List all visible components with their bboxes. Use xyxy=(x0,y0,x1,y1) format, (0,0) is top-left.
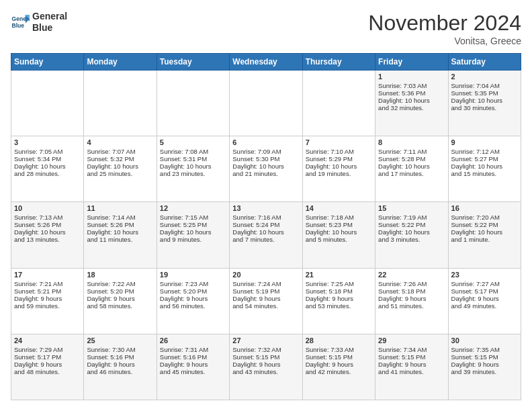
day-number: 29 xyxy=(378,336,445,345)
day-info-line: Sunset: 5:36 PM xyxy=(378,89,445,97)
day-info-line: Daylight: 10 hours xyxy=(451,163,518,170)
day-info-line: Sunrise: 7:13 AM xyxy=(14,214,81,221)
calendar-week-row: 1Sunrise: 7:03 AMSunset: 5:36 PMDaylight… xyxy=(11,71,521,136)
day-number: 17 xyxy=(14,271,81,279)
day-number: 12 xyxy=(160,204,226,212)
day-info-line: Daylight: 10 hours xyxy=(378,228,445,236)
day-info-line: Sunrise: 7:26 AM xyxy=(378,280,445,287)
day-info-line: and 56 minutes. xyxy=(160,302,226,310)
day-number: 18 xyxy=(87,271,153,279)
calendar-cell: 24Sunrise: 7:29 AMSunset: 5:17 PMDayligh… xyxy=(11,334,84,400)
calendar-cell xyxy=(157,71,229,136)
calendar-cell: 22Sunrise: 7:26 AMSunset: 5:18 PMDayligh… xyxy=(375,268,448,334)
calendar-cell: 8Sunrise: 7:11 AMSunset: 5:28 PMDaylight… xyxy=(375,136,448,202)
day-info-line: Sunrise: 7:03 AM xyxy=(378,82,445,89)
calendar-cell xyxy=(230,71,302,136)
day-info-line: and 1 minute. xyxy=(451,236,518,243)
calendar-cell: 15Sunrise: 7:19 AMSunset: 5:22 PMDayligh… xyxy=(375,202,448,268)
day-info-line: Sunset: 5:34 PM xyxy=(14,155,81,163)
day-info-line: Daylight: 9 hours xyxy=(87,295,153,302)
day-info-line: and 59 minutes. xyxy=(14,302,81,310)
day-info-line: Sunset: 5:28 PM xyxy=(378,155,445,163)
day-info-line: and 3 minutes. xyxy=(378,236,445,243)
calendar-cell: 11Sunrise: 7:14 AMSunset: 5:26 PMDayligh… xyxy=(84,202,157,268)
day-info-line: Daylight: 9 hours xyxy=(451,295,518,302)
day-info-line: and 49 minutes. xyxy=(451,302,518,310)
day-info-line: Sunset: 5:25 PM xyxy=(160,221,226,228)
day-info-line: and 41 minutes. xyxy=(378,368,445,375)
calendar-cell: 27Sunrise: 7:32 AMSunset: 5:15 PMDayligh… xyxy=(230,334,302,400)
day-number: 21 xyxy=(306,271,372,279)
day-info-line: and 45 minutes. xyxy=(160,368,226,375)
day-info-line: and 54 minutes. xyxy=(232,302,299,310)
day-number: 3 xyxy=(14,138,81,146)
day-info-line: Daylight: 10 hours xyxy=(451,97,518,104)
day-info-line: Sunset: 5:19 PM xyxy=(232,287,299,295)
logo: General Blue General Blue xyxy=(11,11,67,34)
calendar-cell: 20Sunrise: 7:24 AMSunset: 5:19 PMDayligh… xyxy=(230,268,302,334)
day-info-line: Daylight: 9 hours xyxy=(378,361,445,368)
day-number: 14 xyxy=(306,204,372,212)
day-number: 8 xyxy=(378,138,445,146)
day-info-line: Sunrise: 7:15 AM xyxy=(160,214,226,221)
calendar-cell: 3Sunrise: 7:05 AMSunset: 5:34 PMDaylight… xyxy=(11,136,84,202)
day-header-wednesday: Wednesday xyxy=(230,54,302,71)
day-number: 27 xyxy=(232,336,299,345)
day-info-line: and 17 minutes. xyxy=(378,170,445,177)
day-header-monday: Monday xyxy=(84,54,157,71)
day-info-line: and 51 minutes. xyxy=(378,302,445,310)
calendar-week-row: 10Sunrise: 7:13 AMSunset: 5:26 PMDayligh… xyxy=(11,202,521,268)
day-info-line: Daylight: 10 hours xyxy=(306,228,372,236)
page: General Blue General Blue November 2024 … xyxy=(0,0,532,411)
day-number: 28 xyxy=(306,336,372,345)
svg-text:Blue: Blue xyxy=(12,22,25,29)
calendar-cell: 5Sunrise: 7:08 AMSunset: 5:31 PMDaylight… xyxy=(157,136,229,202)
day-info-line: Daylight: 10 hours xyxy=(232,228,299,236)
calendar-cell: 18Sunrise: 7:22 AMSunset: 5:20 PMDayligh… xyxy=(84,268,157,334)
day-info-line: Sunrise: 7:30 AM xyxy=(87,346,153,353)
day-number: 24 xyxy=(14,336,81,345)
calendar-cell: 17Sunrise: 7:21 AMSunset: 5:21 PMDayligh… xyxy=(11,268,84,334)
day-number: 26 xyxy=(160,336,226,345)
title-block: November 2024 Vonitsa, Greece xyxy=(368,11,521,46)
logo-icon: General Blue xyxy=(11,13,30,32)
day-info-line: Daylight: 9 hours xyxy=(306,295,372,302)
day-number: 23 xyxy=(451,271,518,279)
day-info-line: Sunrise: 7:32 AM xyxy=(232,346,299,353)
calendar-cell: 26Sunrise: 7:31 AMSunset: 5:16 PMDayligh… xyxy=(157,334,229,400)
day-info-line: Daylight: 9 hours xyxy=(160,361,226,368)
day-info-line: Daylight: 9 hours xyxy=(14,361,81,368)
calendar-header-row: SundayMondayTuesdayWednesdayThursdayFrid… xyxy=(11,54,521,71)
day-info-line: Sunrise: 7:14 AM xyxy=(87,214,153,221)
day-number: 16 xyxy=(451,204,518,212)
day-header-tuesday: Tuesday xyxy=(157,54,229,71)
day-info-line: Sunrise: 7:19 AM xyxy=(378,214,445,221)
day-info-line: Sunrise: 7:10 AM xyxy=(306,148,372,155)
day-info-line: Sunset: 5:26 PM xyxy=(14,221,81,228)
calendar-week-row: 24Sunrise: 7:29 AMSunset: 5:17 PMDayligh… xyxy=(11,334,521,400)
day-info-line: Sunset: 5:24 PM xyxy=(232,221,299,228)
day-number: 15 xyxy=(378,204,445,212)
calendar-cell: 30Sunrise: 7:35 AMSunset: 5:15 PMDayligh… xyxy=(448,334,521,400)
calendar-cell: 2Sunrise: 7:04 AMSunset: 5:35 PMDaylight… xyxy=(448,71,521,136)
day-info-line: and 9 minutes. xyxy=(160,236,226,243)
day-info-line: Sunset: 5:17 PM xyxy=(14,353,81,361)
day-info-line: Daylight: 10 hours xyxy=(306,163,372,170)
calendar-cell: 6Sunrise: 7:09 AMSunset: 5:30 PMDaylight… xyxy=(230,136,302,202)
day-info-line: and 28 minutes. xyxy=(14,170,81,177)
day-info-line: Sunset: 5:21 PM xyxy=(14,287,81,295)
day-info-line: Daylight: 9 hours xyxy=(232,295,299,302)
calendar-cell: 13Sunrise: 7:16 AMSunset: 5:24 PMDayligh… xyxy=(230,202,302,268)
day-info-line: Daylight: 10 hours xyxy=(14,228,81,236)
day-info-line: Sunrise: 7:18 AM xyxy=(306,214,372,221)
day-info-line: Sunrise: 7:04 AM xyxy=(451,82,518,89)
day-number: 25 xyxy=(87,336,153,345)
day-number: 5 xyxy=(160,138,226,146)
day-info-line: Daylight: 10 hours xyxy=(160,163,226,170)
day-info-line: Sunset: 5:17 PM xyxy=(451,287,518,295)
day-info-line: Sunset: 5:18 PM xyxy=(378,287,445,295)
calendar-cell: 9Sunrise: 7:12 AMSunset: 5:27 PMDaylight… xyxy=(448,136,521,202)
day-info-line: and 25 minutes. xyxy=(87,170,153,177)
day-info-line: and 39 minutes. xyxy=(451,368,518,375)
day-number: 11 xyxy=(87,204,153,212)
